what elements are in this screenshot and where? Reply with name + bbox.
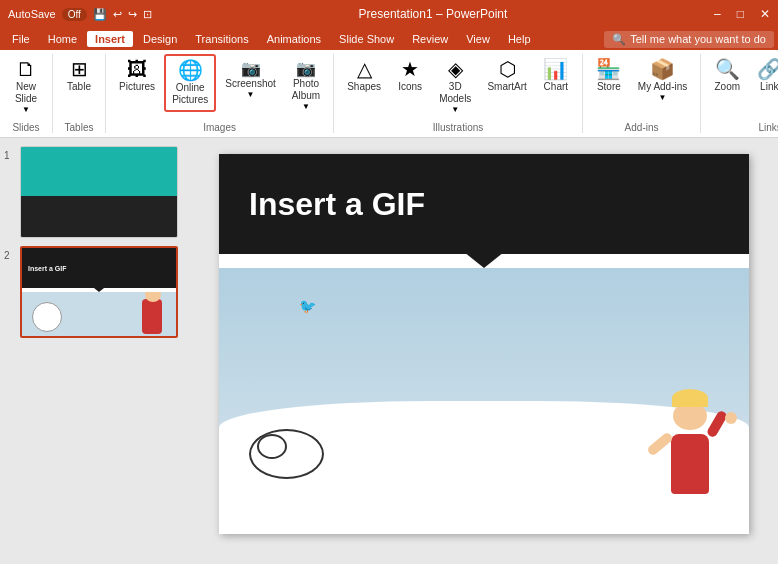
slide-1-thumb[interactable] — [20, 146, 178, 238]
menu-insert[interactable]: Insert — [87, 31, 133, 47]
slide-top-section: Insert a GIF — [219, 154, 749, 254]
misc-icon[interactable]: ⊡ — [143, 8, 152, 21]
shapes-icon: △ — [357, 59, 372, 79]
slide-1-container: 1 — [4, 146, 186, 238]
zoom-button[interactable]: 🔍 Zoom — [707, 54, 747, 98]
ribbon-group-images: 🖼 Pictures 🌐 OnlinePictures 📷 Screenshot… — [106, 54, 334, 133]
slide-1-number: 1 — [4, 146, 16, 161]
menu-design[interactable]: Design — [135, 31, 185, 47]
menu-search[interactable]: 🔍 Tell me what you want to do — [604, 31, 774, 48]
smartart-button[interactable]: ⬡ SmartArt — [480, 54, 533, 98]
zoom-icon: 🔍 — [715, 59, 740, 79]
close-btn[interactable]: ✕ — [760, 7, 770, 21]
screenshot-dropdown-arrow[interactable]: ▼ — [247, 90, 255, 100]
online-pictures-icon: 🌐 — [178, 60, 203, 80]
menu-file[interactable]: File — [4, 31, 38, 47]
window-controls[interactable]: – □ ✕ — [714, 7, 770, 21]
menu-transitions[interactable]: Transitions — [187, 31, 256, 47]
menu-slideshow[interactable]: Slide Show — [331, 31, 402, 47]
new-slide-button[interactable]: 🗋 NewSlide ▼ — [6, 54, 46, 120]
table-icon: ⊞ — [71, 59, 88, 79]
my-add-ins-icon: 📦 — [650, 59, 675, 79]
online-pictures-button[interactable]: 🌐 OnlinePictures — [164, 54, 216, 112]
link-icon: 🔗 — [757, 59, 778, 79]
new-slide-icon: 🗋 — [16, 59, 36, 79]
screenshot-button[interactable]: 📷 Screenshot ▼ — [218, 54, 283, 105]
title-bar-left: AutoSave Off 💾 ↩ ↪ ⊡ — [8, 8, 152, 21]
autosave-toggle[interactable]: Off — [62, 8, 87, 21]
search-icon: 🔍 — [612, 33, 626, 46]
ribbon-illustrations-items: △ Shapes ★ Icons ◈ 3DModels ▼ ⬡ SmartArt… — [340, 54, 576, 120]
cartoon-area: 🐦 — [219, 268, 749, 534]
ribbon-group-addins: 🏪 Store 📦 My Add-ins ▼ Add-ins — [583, 54, 701, 133]
shapes-button[interactable]: △ Shapes — [340, 54, 388, 98]
pictures-icon: 🖼 — [127, 59, 147, 79]
menu-view[interactable]: View — [458, 31, 498, 47]
slide-2-title-thumb: Insert a GIF — [28, 265, 67, 272]
save-icon[interactable]: 💾 — [93, 8, 107, 21]
table-label: Table — [67, 81, 91, 93]
maximize-btn[interactable]: □ — [737, 7, 744, 21]
link-button[interactable]: 🔗 Link — [749, 54, 778, 98]
slide-2-container: 2 Insert a GIF — [4, 246, 186, 338]
store-button[interactable]: 🏪 Store — [589, 54, 629, 98]
screenshot-icon: 📷 — [241, 59, 261, 78]
3d-models-icon: ◈ — [448, 59, 463, 79]
chart-icon: 📊 — [543, 59, 568, 79]
menu-review[interactable]: Review — [404, 31, 456, 47]
ribbon-tables-items: ⊞ Table — [59, 54, 99, 120]
ribbon-group-slides: 🗋 NewSlide ▼ Slides — [0, 54, 53, 133]
bird-figure: 🐦 — [299, 298, 316, 314]
slide-2-thumb[interactable]: Insert a GIF — [20, 246, 178, 338]
slide-arrow — [454, 244, 514, 268]
3d-models-button[interactable]: ◈ 3DModels ▼ — [432, 54, 478, 120]
my-add-ins-dropdown-arrow[interactable]: ▼ — [659, 93, 667, 103]
ribbon-group-tables: ⊞ Table Tables — [53, 54, 106, 133]
main-area: 1 2 Insert a GIF — [0, 138, 778, 564]
undo-icon[interactable]: ↩ — [113, 8, 122, 21]
3d-models-dropdown-arrow[interactable]: ▼ — [451, 105, 459, 115]
table-button[interactable]: ⊞ Table — [59, 54, 99, 98]
icons-icon: ★ — [401, 59, 419, 79]
ribbon-links-label: Links — [707, 120, 778, 133]
menu-animations[interactable]: Animations — [259, 31, 329, 47]
icons-button[interactable]: ★ Icons — [390, 54, 430, 98]
my-add-ins-button[interactable]: 📦 My Add-ins ▼ — [631, 54, 694, 108]
slide-bottom-section: 🐦 — [219, 268, 749, 534]
ribbon-images-items: 🖼 Pictures 🌐 OnlinePictures 📷 Screenshot… — [112, 54, 327, 120]
ribbon-tables-label: Tables — [59, 120, 99, 133]
ribbon-illustrations-label: Illustrations — [340, 120, 576, 133]
new-slide-dropdown-arrow[interactable]: ▼ — [22, 105, 30, 115]
ribbon-group-illustrations: △ Shapes ★ Icons ◈ 3DModels ▼ ⬡ SmartArt… — [334, 54, 583, 133]
ribbon-slides-label: Slides — [6, 120, 46, 133]
autosave-label: AutoSave — [8, 8, 56, 20]
store-icon: 🏪 — [596, 59, 621, 79]
search-text: Tell me what you want to do — [630, 33, 766, 45]
redo-icon[interactable]: ↪ — [128, 8, 137, 21]
photo-album-icon: 📷 — [296, 59, 316, 78]
photo-album-dropdown-arrow[interactable]: ▼ — [302, 102, 310, 112]
ribbon-addins-items: 🏪 Store 📦 My Add-ins ▼ — [589, 54, 694, 120]
canvas-area: Insert a GIF 🐦 — [190, 138, 778, 564]
slide-title: Insert a GIF — [249, 186, 425, 223]
calvin-figure — [671, 434, 709, 494]
menu-bar: File Home Insert Design Transitions Anim… — [0, 28, 778, 50]
ribbon-links-items: 🔍 Zoom 🔗 Link ▶ Action — [707, 54, 778, 120]
ribbon-images-label: Images — [112, 120, 327, 133]
title-bar: AutoSave Off 💾 ↩ ↪ ⊡ Presentation1 – Pow… — [0, 0, 778, 28]
slide-panel: 1 2 Insert a GIF — [0, 138, 190, 564]
slide-2-number: 2 — [4, 246, 16, 261]
photo-album-button[interactable]: 📷 PhotoAlbum ▼ — [285, 54, 327, 117]
menu-home[interactable]: Home — [40, 31, 85, 47]
smartart-icon: ⬡ — [499, 59, 516, 79]
snoopy-head — [257, 434, 287, 459]
ribbon-addins-label: Add-ins — [589, 120, 694, 133]
ribbon-slides-items: 🗋 NewSlide ▼ — [6, 54, 46, 120]
ribbon: 🗋 NewSlide ▼ Slides ⊞ Table Tables 🖼 Pic… — [0, 50, 778, 138]
pictures-button[interactable]: 🖼 Pictures — [112, 54, 162, 98]
minimize-btn[interactable]: – — [714, 7, 721, 21]
menu-help[interactable]: Help — [500, 31, 539, 47]
window-title: Presentation1 – PowerPoint — [359, 7, 508, 21]
ribbon-group-links: 🔍 Zoom 🔗 Link ▶ Action Links — [701, 54, 778, 133]
chart-button[interactable]: 📊 Chart — [536, 54, 576, 98]
